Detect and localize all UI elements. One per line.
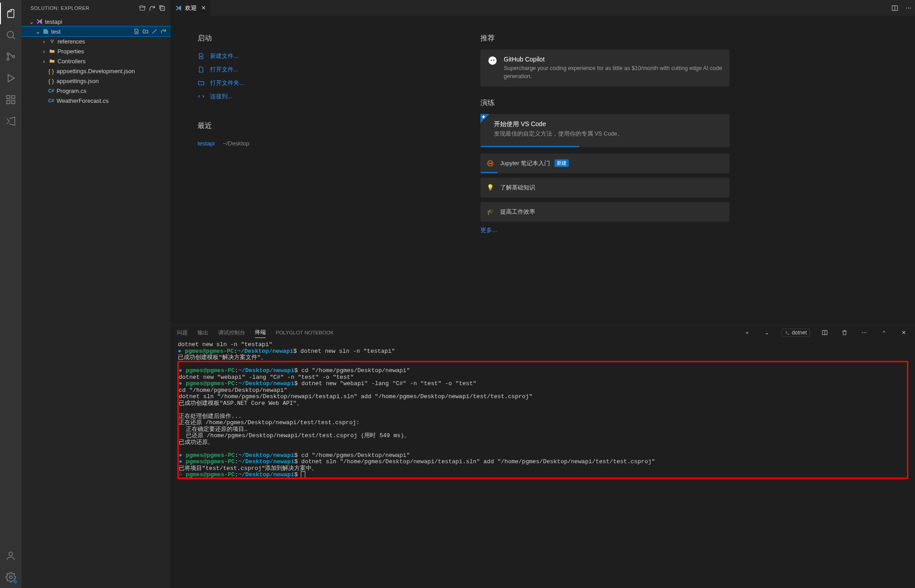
chevron-down-icon: ⌄ (34, 28, 41, 35)
svg-point-0 (7, 31, 13, 38)
terminal-cursor (301, 472, 305, 478)
vs-purple-icon (35, 18, 44, 25)
activity-bar (0, 0, 22, 588)
explorer-icon[interactable] (0, 3, 22, 24)
kill-terminal-icon[interactable] (840, 329, 849, 336)
new-folder-icon[interactable] (141, 27, 150, 36)
walkthrough-get-started[interactable]: ★ 开始使用 VS Code 发现最佳的自定义方法，使用你的专属 VS Code… (480, 114, 730, 147)
section-start: 启动 (198, 34, 431, 43)
tree-item-properties[interactable]: › Properties (22, 46, 171, 56)
more-actions-icon[interactable]: ⋯ (902, 0, 915, 16)
split-terminal-icon[interactable] (820, 329, 830, 336)
source-control-icon[interactable] (0, 46, 22, 67)
new-file-link[interactable]: 新建文件... (198, 49, 431, 63)
svg-point-1 (7, 53, 9, 55)
walkthrough-productivity[interactable]: 🎓 提高工作效率 (480, 202, 730, 222)
folder-icon (48, 48, 57, 54)
new-terminal-icon[interactable]: ＋ (742, 329, 752, 336)
folder-icon (198, 79, 206, 87)
tab-welcome[interactable]: 欢迎 ✕ (171, 0, 211, 16)
connect-to-link[interactable]: 连接到... (198, 90, 431, 103)
csharp-icon: C# (47, 98, 56, 103)
walkthrough-title: 开始使用 VS Code (494, 120, 623, 128)
section-recommended: 推荐 (480, 34, 730, 43)
vscode-tab-icon (175, 4, 182, 12)
tree-item-weatherforecast-cs[interactable]: C# WeatherForecast.cs (22, 96, 171, 105)
walkthrough-desc: 发现最佳的自定义方法，使用你的专属 VS Code。 (494, 130, 623, 138)
copilot-card[interactable]: GitHub Copilot Supercharge your coding e… (480, 49, 730, 87)
bottom-panel: 问题 输出 调试控制台 终端 POLYGLOT NOTEBOOK ＋ ⌄ dot… (171, 325, 915, 588)
svg-point-8 (9, 552, 13, 556)
project-node[interactable]: ⌄ test (22, 26, 171, 36)
json-icon: { } (47, 68, 56, 75)
sidebar-header: SOLUTION: EXPLORER (22, 0, 171, 16)
sidebar-title: SOLUTION: EXPLORER (31, 5, 137, 11)
panel-tab-problems[interactable]: 问题 (177, 328, 188, 338)
maximize-panel-icon[interactable]: ^ (879, 330, 889, 335)
solution-root[interactable]: ⌄ testapi (22, 17, 171, 26)
collapse-all-icon[interactable] (157, 3, 167, 13)
terminal-profile[interactable]: dotnet (782, 329, 810, 337)
settings-gear-icon[interactable] (0, 566, 22, 588)
csharp-icon: C# (47, 88, 56, 93)
lightbulb-icon: 💡 (487, 184, 496, 191)
chevron-down-icon: ⌄ (28, 18, 35, 25)
chevron-right-icon: › (40, 38, 48, 45)
svg-point-17 (493, 60, 494, 61)
section-walkthroughs: 演练 (480, 98, 730, 108)
svg-rect-6 (12, 101, 15, 104)
file-icon (198, 66, 206, 73)
copilot-icon (488, 56, 498, 80)
svg-rect-5 (7, 101, 10, 104)
run-debug-icon[interactable] (0, 67, 22, 89)
sync-icon[interactable] (159, 27, 168, 36)
extensions-icon[interactable] (0, 89, 22, 110)
panel-tab-polyglot[interactable]: POLYGLOT NOTEBOOK (276, 328, 334, 337)
tree-item-appsettings-dev[interactable]: { } appsettings.Development.json (22, 66, 171, 76)
tree-item-controllers[interactable]: › Controllers (22, 56, 171, 66)
tab-label: 欢迎 (185, 4, 197, 12)
editor-area: 欢迎 ✕ ⋯ 启动 新建文件... 打开文件... 打开文件夹... 连接到..… (171, 0, 915, 588)
more-link[interactable]: 更多... (480, 226, 730, 234)
folder-icon (48, 58, 57, 64)
panel-tabs: 问题 输出 调试控制台 终端 POLYGLOT NOTEBOOK ＋ ⌄ dot… (171, 325, 915, 340)
section-recent: 最近 (198, 121, 431, 131)
terminal[interactable]: dotnet new sln -n "testapi" ● pgmes@pgme… (171, 340, 915, 588)
new-badge: 新建 (554, 159, 569, 167)
accounts-icon[interactable] (0, 545, 22, 566)
settings-badge (13, 580, 17, 584)
panel-tab-terminal[interactable]: 终端 (255, 327, 266, 338)
panel-tab-debug-console[interactable]: 调试控制台 (218, 328, 245, 338)
walkthrough-basics[interactable]: 💡 了解基础知识 (480, 178, 730, 197)
more-icon[interactable]: ⋯ (859, 329, 869, 336)
svg-rect-7 (12, 96, 15, 99)
solution-tree: ⌄ testapi ⌄ test › refere (22, 16, 171, 588)
build-icon[interactable] (150, 27, 159, 36)
open-file-link[interactable]: 打开文件... (198, 63, 431, 76)
svg-point-11 (51, 40, 52, 41)
close-icon[interactable]: ✕ (201, 4, 206, 11)
tree-item-references[interactable]: › references (22, 36, 171, 46)
search-icon[interactable] (0, 24, 22, 46)
open-folder-link[interactable]: 打开文件夹... (198, 76, 431, 90)
open-folder-icon[interactable] (137, 3, 147, 13)
split-editor-icon[interactable] (888, 0, 902, 16)
tree-item-appsettings[interactable]: { } appsettings.json (22, 76, 171, 86)
chevron-right-icon: › (40, 58, 48, 65)
svg-point-3 (13, 56, 15, 58)
svg-point-12 (53, 40, 53, 41)
jupyter-icon (487, 160, 496, 167)
refresh-icon[interactable] (147, 3, 157, 13)
split-terminal-chevron-icon[interactable]: ⌄ (762, 329, 772, 336)
panel-tab-output[interactable]: 输出 (198, 328, 208, 338)
csproj-icon (41, 28, 50, 35)
walkthrough-jupyter[interactable]: Jupyter 笔记本入门 新建 (480, 154, 730, 173)
new-file-icon[interactable] (132, 27, 141, 36)
copilot-desc: Supercharge your coding experience for a… (504, 65, 722, 80)
svg-point-15 (488, 57, 497, 65)
close-panel-icon[interactable]: ✕ (899, 329, 909, 336)
tree-item-program-cs[interactable]: C# Program.cs (22, 86, 171, 96)
remote-icon (198, 93, 206, 100)
recent-item[interactable]: testapi ~/Desktop (198, 137, 431, 149)
vs-solution-icon[interactable] (0, 110, 22, 132)
